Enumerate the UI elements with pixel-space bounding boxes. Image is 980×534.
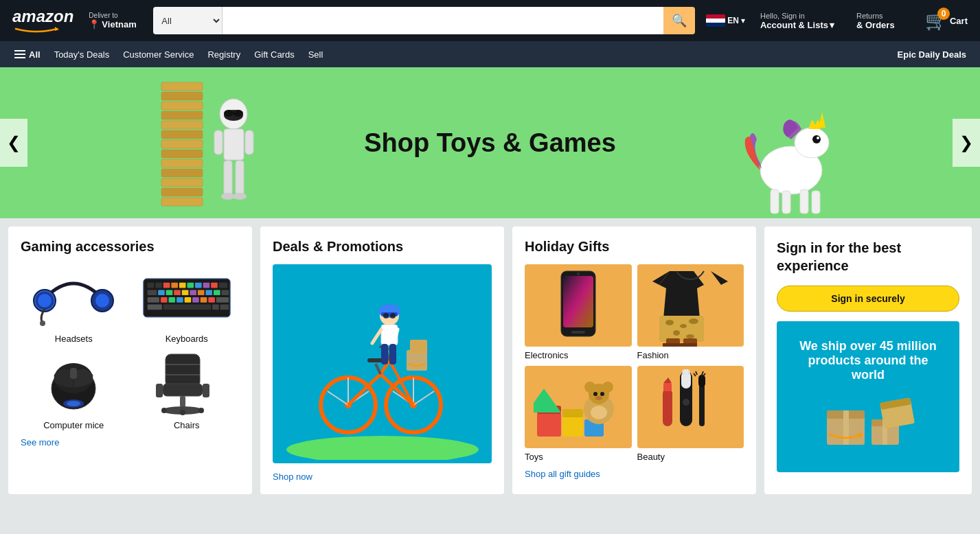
gift-item-electronics[interactable]: Electronics — [525, 264, 632, 360]
svg-point-137 — [686, 334, 694, 338]
nav-item-gift-cards[interactable]: Gift Cards — [248, 46, 301, 63]
amazon-smile-icon — [12, 25, 60, 33]
svg-rect-2 — [161, 188, 203, 196]
gift-item-fashion[interactable]: Fashion — [637, 264, 744, 360]
svg-rect-70 — [192, 297, 199, 303]
headsets-label: Headsets — [55, 334, 93, 344]
svg-rect-88 — [180, 396, 185, 407]
nav-item-deals[interactable]: Today's Deals — [48, 46, 116, 63]
see-more-link[interactable]: See more — [21, 437, 240, 448]
language-selector[interactable]: EN ▾ — [702, 10, 749, 31]
svg-point-152 — [593, 392, 597, 396]
svg-point-16 — [224, 110, 233, 117]
svg-rect-86 — [156, 384, 163, 397]
svg-point-153 — [600, 392, 604, 396]
cart-area[interactable]: 🛒 0 Cart — [921, 6, 972, 36]
shop-now-link[interactable]: Shop now — [273, 472, 492, 482]
gift-item-toys[interactable]: Toys — [525, 366, 632, 462]
svg-line-166 — [696, 371, 697, 375]
svg-point-90 — [161, 408, 167, 413]
svg-rect-48 — [171, 283, 178, 288]
cart-label: Cart — [950, 16, 968, 26]
svg-marker-147 — [534, 388, 561, 413]
svg-rect-69 — [184, 297, 191, 303]
svg-rect-64 — [221, 290, 229, 295]
hero-left-decoration — [158, 81, 256, 218]
hero-prev-button[interactable]: ❮ — [0, 119, 27, 167]
signin-securely-button[interactable]: Sign in securely — [777, 286, 959, 312]
svg-rect-31 — [810, 125, 821, 129]
svg-point-42 — [95, 294, 109, 307]
search-category-select[interactable]: All Electronics Books Toys — [153, 7, 223, 34]
shop-all-gifts-link[interactable]: Shop all gift guides — [525, 469, 744, 479]
svg-point-150 — [584, 382, 595, 393]
logo[interactable]: amazon — [8, 4, 78, 37]
svg-rect-126 — [410, 340, 427, 353]
svg-rect-49 — [179, 283, 186, 288]
svg-rect-84 — [166, 354, 200, 387]
svg-rect-144 — [562, 416, 583, 437]
nav-epic-deals[interactable]: Epic Daily Deals — [892, 47, 972, 62]
electronics-label: Electronics — [525, 350, 632, 360]
headset-image — [29, 264, 118, 329]
svg-rect-34 — [771, 189, 779, 213]
svg-rect-65 — [147, 297, 159, 303]
product-item-headsets[interactable]: Headsets — [21, 264, 127, 344]
keyboards-label: Keyboards — [166, 334, 208, 344]
svg-rect-123 — [381, 344, 388, 364]
nav-item-sell[interactable]: Sell — [302, 46, 330, 63]
product-item-mice[interactable]: Computer mice — [21, 351, 127, 430]
signin-card: Sign in for the best experience Sign in … — [764, 227, 972, 494]
svg-rect-124 — [389, 344, 396, 364]
returns-area[interactable]: Returns & Orders — [852, 8, 914, 34]
amazon-boxes-icon — [813, 393, 923, 455]
nav-item-customer-service[interactable]: Customer Service — [117, 46, 200, 63]
svg-rect-145 — [562, 409, 583, 417]
holiday-card-title: Holiday Gifts — [525, 239, 744, 255]
gifts-grid: Electronics — [525, 264, 744, 462]
nav-item-registry[interactable]: Registry — [201, 46, 247, 63]
account-area[interactable]: Hello, Sign in Account & Lists ▾ — [756, 8, 845, 34]
mouse-image — [29, 351, 118, 416]
hero-next-button[interactable]: ❯ — [953, 119, 980, 167]
product-item-keyboards[interactable]: Keyboards — [134, 264, 240, 344]
svg-rect-72 — [208, 297, 215, 303]
svg-point-162 — [683, 399, 690, 406]
search-button[interactable]: 🔍 — [663, 7, 695, 34]
svg-rect-74 — [147, 305, 161, 310]
svg-rect-73 — [216, 297, 229, 303]
language-arrow-icon: ▾ — [741, 16, 745, 25]
returns-top: Returns — [856, 12, 910, 20]
ship-text: We ship over 45 million products around … — [790, 339, 946, 382]
svg-rect-85 — [163, 384, 203, 396]
svg-point-119 — [390, 313, 396, 318]
svg-rect-19 — [214, 130, 223, 154]
deals-card-title: Deals & Promotions — [273, 239, 492, 255]
deliver-to[interactable]: Deliver to 📍 Vietnam — [84, 8, 146, 34]
svg-point-83 — [67, 401, 80, 406]
hero-title: Shop Toys & Games — [364, 128, 616, 158]
svg-rect-141 — [680, 343, 697, 347]
hamburger-icon — [14, 50, 25, 58]
svg-point-92 — [198, 408, 204, 413]
svg-rect-45 — [147, 283, 154, 288]
svg-rect-174 — [843, 410, 849, 445]
svg-rect-20 — [245, 130, 253, 154]
nav-all-label: All — [29, 49, 41, 60]
product-item-chairs[interactable]: Chairs — [134, 351, 240, 430]
gift-item-beauty[interactable]: Beauty — [637, 366, 744, 462]
svg-point-17 — [233, 110, 243, 117]
deliver-label: Deliver to — [89, 12, 142, 19]
pony-icon — [740, 95, 836, 218]
search-input[interactable] — [223, 7, 663, 34]
svg-rect-66 — [161, 297, 168, 303]
svg-point-133 — [665, 320, 674, 325]
svg-rect-87 — [203, 384, 209, 397]
nav-all-button[interactable]: All — [8, 46, 47, 63]
svg-rect-54 — [218, 283, 227, 288]
svg-rect-9 — [161, 121, 203, 129]
svg-rect-60 — [190, 290, 196, 295]
svg-point-154 — [595, 396, 602, 400]
svg-rect-56 — [158, 290, 165, 295]
svg-rect-81 — [70, 368, 77, 379]
